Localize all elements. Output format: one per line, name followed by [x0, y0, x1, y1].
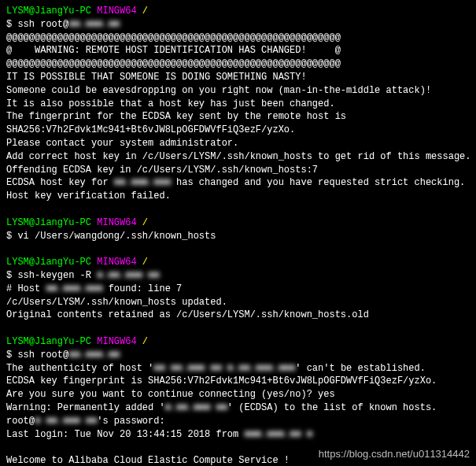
output-line: ECDSA host key for ■■.■■■.■■■ has change…: [6, 176, 470, 190]
cmd-keygen: $ ssh-keygen -R ■.■■.■■■ ■■: [6, 269, 470, 283]
prompt-line: LYSM@JiangYu-PC MINGW64 /: [6, 335, 470, 349]
output-line: Warning: Permanently added '■.■■.■■■ ■■'…: [6, 401, 470, 415]
output-line: IT IS POSSIBLE THAT SOMEONE IS DOING SOM…: [6, 71, 470, 84]
output-line: Original contents retained as /c/Users/L…: [6, 309, 470, 322]
cmd-ssh-2: $ ssh root@■■.■■■.■■: [6, 349, 470, 362]
output-line: /c/Users/LYSM/.ssh/known_hosts updated.: [6, 296, 470, 309]
output-line: SHA256:V7h2Fdvk1Mc941+Bt6vJW8LpOGFDWVfFi…: [6, 124, 470, 137]
output-line: Someone could be eavesdropping on you ri…: [6, 84, 470, 98]
prompt-line: LYSM@JiangYu-PC MINGW64 /: [6, 256, 470, 269]
output-line: Please contact your system administrator…: [6, 137, 470, 150]
output-line[interactable]: Are you sure you want to continue connec…: [6, 388, 470, 401]
output-line: Host key verification failed.: [6, 190, 470, 203]
output-line: # Host ■■.■■■.■■■ found: line 7: [6, 283, 470, 296]
output-line: Last login: Tue Nov 20 13:44:15 2018 fro…: [6, 428, 470, 442]
cmd-vi: $ vi /Users/wangdong/.ssh/known_hosts: [6, 230, 470, 243]
output-line: The authenticity of host '■■ ■■.■■■ ■■ ■…: [6, 362, 470, 375]
output-line: The fingerprint for the ECDSA key sent b…: [6, 110, 470, 124]
output-line: Offending ECDSA key in /c/Users/LYSM/.ss…: [6, 164, 470, 177]
watermark: https://blog.csdn.net/u011314442: [319, 447, 470, 461]
output-line: Add correct host key in /c/Users/LYSM/.s…: [6, 150, 470, 164]
warn-text: @ WARNING: REMOTE HOST IDENTIFICATION HA…: [6, 44, 470, 57]
cmd-ssh-1: $ ssh root@■■.■■■.■■: [6, 18, 470, 31]
prompt-line: LYSM@JiangYu-PC MINGW64 /: [6, 216, 470, 230]
password-prompt[interactable]: root@■ ■■.■■■ ■■'s password:: [6, 415, 470, 428]
output-line: ECDSA key fingerprint is SHA256:V7h2Fdvk…: [6, 375, 470, 388]
output-line: It is also possible that a host key has …: [6, 98, 470, 111]
warn-border: @@@@@@@@@@@@@@@@@@@@@@@@@@@@@@@@@@@@@@@@…: [6, 57, 470, 71]
prompt-line: LYSM@JiangYu-PC MINGW64 /: [6, 5, 470, 18]
warn-border: @@@@@@@@@@@@@@@@@@@@@@@@@@@@@@@@@@@@@@@@…: [6, 31, 470, 45]
